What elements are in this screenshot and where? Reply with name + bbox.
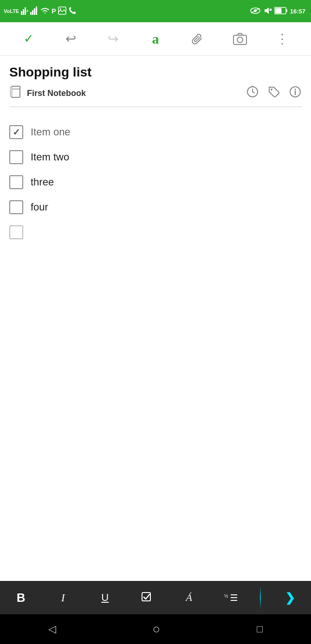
svg-point-27 xyxy=(295,89,296,90)
checkbox-format-button[interactable] xyxy=(134,581,160,614)
checkbox-2[interactable] xyxy=(9,150,23,164)
mute-icon xyxy=(263,6,272,16)
notebook-name[interactable]: First Notebook xyxy=(27,89,86,98)
info-icon[interactable] xyxy=(289,85,302,101)
list-item: three xyxy=(9,170,302,194)
svg-rect-17 xyxy=(275,8,281,13)
p-icon: P xyxy=(52,7,56,15)
checkbox-4[interactable] xyxy=(9,200,23,214)
notebook-actions xyxy=(246,85,302,101)
camera-button[interactable] xyxy=(230,29,250,49)
list-item: four xyxy=(9,195,302,219)
item-text-2[interactable]: Item two xyxy=(31,151,69,163)
svg-text:½: ½ xyxy=(224,593,228,599)
format-bar: B I U Á ½ ❯ xyxy=(0,581,311,614)
svg-rect-22 xyxy=(10,87,12,96)
notebook-left: First Notebook xyxy=(9,85,86,101)
svg-rect-20 xyxy=(12,86,20,97)
svg-text:4G: 4G xyxy=(26,9,28,13)
svg-line-12 xyxy=(251,8,259,13)
list-format-button[interactable]: ½ xyxy=(218,581,244,614)
status-time: 16:57 xyxy=(290,8,305,15)
checkbox-5[interactable] xyxy=(9,225,23,239)
svg-rect-4 xyxy=(30,12,32,15)
signal-4g-1: 4G xyxy=(21,6,28,16)
battery-icon xyxy=(274,7,287,16)
svg-rect-6 xyxy=(34,8,35,15)
highlight-button[interactable]: Á xyxy=(176,581,202,614)
svg-rect-16 xyxy=(286,9,287,12)
list-item: Item one xyxy=(9,120,302,144)
nav-bar: ◁ ○ □ xyxy=(0,614,311,644)
eye-icon xyxy=(250,7,260,15)
item-text-4[interactable]: four xyxy=(31,201,48,213)
undo-button[interactable]: ↩ xyxy=(61,29,81,49)
expand-format-bar-button[interactable]: ❯ xyxy=(277,581,303,614)
svg-point-9 xyxy=(60,8,61,10)
italic-button[interactable]: I xyxy=(50,581,76,614)
format-bar-divider xyxy=(260,586,261,609)
reminder-icon[interactable] xyxy=(246,85,259,101)
attach-button[interactable] xyxy=(188,29,208,49)
home-button[interactable]: ○ xyxy=(152,622,160,637)
status-bar: VoLTE 4G P 16:57 xyxy=(0,0,311,22)
more-options-button[interactable]: ⋮ xyxy=(272,29,292,49)
list-item xyxy=(9,220,302,244)
notebook-row: First Notebook xyxy=(9,85,302,107)
item-text-3[interactable]: three xyxy=(31,176,54,188)
underline-button[interactable]: U xyxy=(92,581,118,614)
svg-rect-7 xyxy=(36,6,37,15)
content-area: Item one Item two three four xyxy=(0,111,311,581)
gallery-icon xyxy=(58,6,66,16)
item-text-1[interactable]: Item one xyxy=(31,126,71,138)
status-right: 16:57 xyxy=(250,6,305,16)
phone-icon xyxy=(68,6,77,16)
text-format-button[interactable]: a xyxy=(145,29,166,49)
redo-button[interactable]: ↪ xyxy=(103,29,123,49)
checkbox-3[interactable] xyxy=(9,175,23,189)
note-header: Shopping list First Notebook xyxy=(0,56,311,111)
volte-indicator: VoLTE xyxy=(4,8,19,14)
wifi-icon xyxy=(40,6,50,16)
svg-rect-5 xyxy=(32,10,33,15)
svg-point-24 xyxy=(271,89,272,90)
checkbox-1[interactable] xyxy=(9,125,23,139)
tag-icon[interactable] xyxy=(267,85,280,101)
check-button[interactable]: ✓ xyxy=(19,29,39,49)
svg-rect-2 xyxy=(25,7,26,15)
notebook-icon xyxy=(9,85,22,101)
signal-bars xyxy=(30,6,39,16)
svg-rect-0 xyxy=(21,11,22,15)
svg-point-19 xyxy=(237,37,243,43)
recents-button[interactable]: □ xyxy=(257,623,263,635)
status-left: VoLTE 4G P xyxy=(4,6,77,16)
back-button[interactable]: ◁ xyxy=(48,623,56,635)
note-title: Shopping list xyxy=(9,65,302,80)
toolbar: ✓ ↩ ↪ a ⋮ xyxy=(0,22,311,56)
svg-rect-1 xyxy=(23,9,24,15)
svg-rect-28 xyxy=(142,593,150,601)
bold-button[interactable]: B xyxy=(8,581,34,614)
list-item: Item two xyxy=(9,145,302,169)
